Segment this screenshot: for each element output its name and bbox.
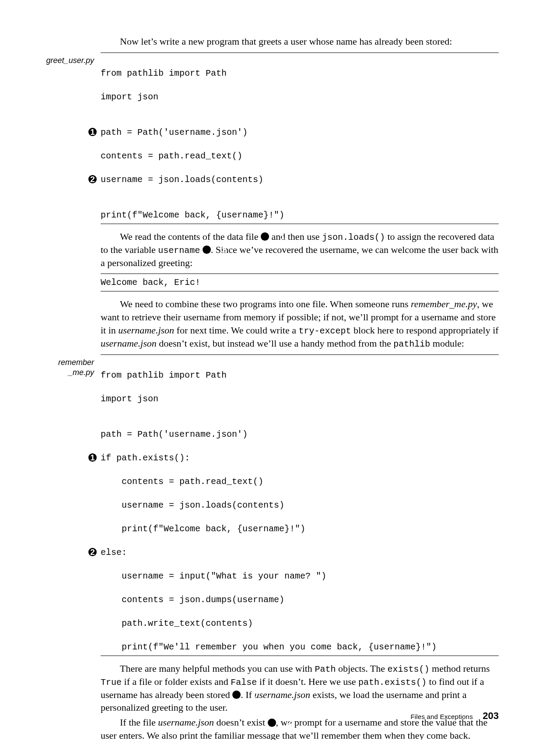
- output-block-1: Welcome back, Eric!: [101, 274, 499, 291]
- callout-2-icon: 2: [88, 548, 97, 556]
- chapter-title: Files and Exceptions: [410, 713, 472, 720]
- code-listing-greet-user: greet_user.py from pathlib import Path i…: [101, 53, 499, 224]
- code-listing-remember-me: remember_me.py from pathlib import Path …: [101, 354, 499, 656]
- page-content: Now let’s write a new program that greet…: [101, 35, 499, 740]
- code-block: from pathlib import Path import json 1pa…: [101, 56, 499, 221]
- callout-1-inline-icon: 1: [232, 691, 241, 699]
- explanation-paragraph: We read the contents of the data file 1 …: [101, 230, 499, 270]
- filename-label: greet_user.py: [26, 56, 94, 66]
- output-text: Welcome back, Eric!: [101, 277, 499, 288]
- page-number: 203: [483, 710, 499, 721]
- callout-1-inline-icon: 1: [261, 232, 269, 241]
- callout-2-inline-icon: 2: [268, 719, 276, 727]
- code-block: from pathlib import Path import json pat…: [101, 358, 499, 653]
- combine-paragraph: We need to combine these two programs in…: [101, 298, 499, 350]
- callout-2-icon: 2: [88, 175, 97, 183]
- filename-label: remember_me.py: [26, 358, 94, 378]
- path-methods-paragraph: There are many helpful methods you can u…: [101, 662, 499, 714]
- intro-paragraph: Now let’s write a new program that greet…: [101, 35, 499, 48]
- callout-1-icon: 1: [88, 453, 97, 462]
- book-page: Now let’s write a new program that greet…: [0, 0, 560, 740]
- callout-1-icon: 1: [88, 128, 97, 136]
- page-footer: Files and Exceptions 203: [410, 710, 499, 722]
- callout-2-inline-icon: 2: [203, 245, 211, 254]
